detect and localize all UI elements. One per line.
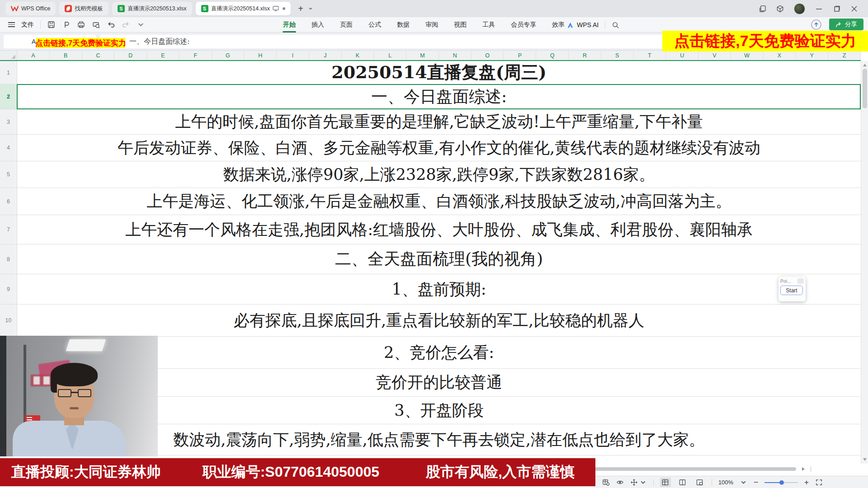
column-header[interactable]: E <box>147 51 179 60</box>
vertical-scroll-thumb[interactable] <box>863 69 867 108</box>
ribbon-tab[interactable]: 审阅 <box>419 17 444 33</box>
ribbon-tab[interactable]: 公式 <box>362 17 387 33</box>
ribbon-tab[interactable]: 插入 <box>305 17 330 33</box>
menu-icon[interactable] <box>8 21 15 28</box>
sheet-cell[interactable]: 上午还有一个风格在走强,抱团风格:红墙股份、大叶股份、成飞集成、利君股份、襄阳轴… <box>17 215 861 244</box>
view-normal-button[interactable] <box>660 478 671 487</box>
ribbon-tab[interactable]: 开始 <box>277 17 302 33</box>
share-button[interactable]: 分享 <box>829 19 863 30</box>
sheet-cell[interactable]: 20250514直播复盘(周三) <box>17 61 861 84</box>
row-header[interactable]: 3 <box>0 109 17 134</box>
column-header[interactable]: P <box>504 51 536 60</box>
column-header[interactable]: Y <box>796 51 828 60</box>
row-header[interactable]: 6 <box>0 188 17 215</box>
zoom-chevron-icon[interactable] <box>740 479 747 486</box>
column-header[interactable]: B <box>50 51 82 60</box>
ad-sticker-small[interactable]: 点击链接,7天免费验证实力 <box>36 38 125 48</box>
row-header[interactable]: 7 <box>0 215 17 244</box>
column-header[interactable]: V <box>698 51 731 60</box>
zoom-slider[interactable] <box>764 480 798 485</box>
eye-icon[interactable] <box>616 479 624 486</box>
document-tab[interactable]: S直播演示20250513.xlsx <box>112 2 192 15</box>
column-header[interactable]: R <box>569 51 601 60</box>
column-header[interactable]: T <box>634 51 666 60</box>
column-header[interactable]: G <box>212 51 245 60</box>
pan-mode-button[interactable] <box>630 479 647 486</box>
fullscreen-icon[interactable] <box>815 479 823 486</box>
row-header[interactable]: 2 <box>0 84 17 109</box>
zoom-in-button[interactable]: + <box>804 479 809 486</box>
minimize-button[interactable] <box>815 5 823 13</box>
new-tab-button[interactable]: + <box>295 4 306 14</box>
print-icon[interactable] <box>77 20 85 29</box>
maximize-button[interactable] <box>833 5 840 13</box>
file-menu[interactable]: 文件 <box>21 21 34 29</box>
ribbon-tab[interactable]: 工具 <box>476 17 501 33</box>
horizontal-scroll-thumb[interactable] <box>595 467 796 471</box>
sheet-cell[interactable]: 上午是海运、化工领涨,午后是金融权重、白酒领涨,科技股缺乏波动,冲高回落为主。 <box>17 188 861 215</box>
tab-list-chevron-icon[interactable] <box>308 6 313 11</box>
column-header[interactable]: W <box>731 51 764 60</box>
sheet-cell[interactable]: 必有探底,且探底回升,重点看比较新的军工,比较稳的机器人 <box>17 305 861 336</box>
wps-ai-button[interactable]: WPS AI <box>566 21 599 29</box>
column-header[interactable]: X <box>764 51 796 60</box>
column-header[interactable]: N <box>439 51 472 60</box>
integrations-cube-icon[interactable] <box>776 5 784 13</box>
sheet-cell[interactable]: 二、全天盘面梳理(我的视角) <box>17 244 861 274</box>
redo-icon[interactable] <box>122 20 130 29</box>
column-header[interactable]: J <box>309 51 342 60</box>
zoom-level[interactable]: 100% <box>718 479 733 486</box>
row-header[interactable]: 5 <box>0 161 17 188</box>
ribbon-tab[interactable]: 视图 <box>448 17 473 33</box>
sheet-settings-icon[interactable] <box>602 479 610 486</box>
column-header[interactable]: Z <box>828 51 861 60</box>
row-header[interactable]: 10 <box>0 305 17 336</box>
multi-window-icon[interactable] <box>759 5 766 13</box>
row-header[interactable]: 9 <box>0 274 17 304</box>
row-header[interactable]: 8 <box>0 244 17 274</box>
column-header[interactable]: A <box>17 51 50 60</box>
column-header[interactable]: H <box>244 51 277 60</box>
start-button[interactable]: Start <box>780 286 803 295</box>
column-header[interactable]: F <box>179 51 212 60</box>
scroll-up-arrow[interactable] <box>863 64 867 66</box>
document-tab[interactable]: S直播演示20250514.xlsx <box>196 2 291 15</box>
save-icon[interactable] <box>47 20 56 29</box>
scroll-down-arrow[interactable] <box>863 458 867 461</box>
column-header[interactable]: U <box>666 51 698 60</box>
ad-sticker-large[interactable]: 点击链接,7天免费验证实力 <box>662 31 868 52</box>
popup-close-button[interactable] <box>797 278 804 284</box>
horizontal-scrollbar[interactable] <box>594 465 817 473</box>
column-header[interactable]: S <box>601 51 634 60</box>
cloud-upload-icon[interactable] <box>811 19 822 30</box>
column-header[interactable]: L <box>374 51 406 60</box>
row-header[interactable]: 1 <box>0 61 17 84</box>
column-header[interactable]: O <box>472 51 504 60</box>
row-header[interactable]: 4 <box>0 135 17 161</box>
zoom-slider-knob[interactable] <box>779 480 784 485</box>
column-header[interactable]: I <box>277 51 309 60</box>
undo-redo-chevron-icon[interactable] <box>137 20 145 29</box>
user-avatar[interactable] <box>794 3 805 14</box>
view-page-button[interactable] <box>694 478 705 487</box>
document-tab[interactable]: WPS Office <box>5 2 56 15</box>
sheet-cell[interactable]: 午后发动证券、保险、白酒、多元金融等权重,有小作文的催化,黄线代表的题材继续没有… <box>17 135 861 161</box>
view-split-button[interactable] <box>677 478 688 487</box>
sheet-cell[interactable]: 数据来说,涨停90家,上涨2328家,跌停9家,下跌家数2816家。 <box>17 161 861 188</box>
zoom-out-button[interactable]: − <box>754 479 758 486</box>
search-icon[interactable] <box>612 21 619 29</box>
column-header[interactable]: C <box>82 51 115 60</box>
select-all-corner[interactable] <box>0 51 17 60</box>
print-preview-icon[interactable] <box>92 20 100 29</box>
undo-icon[interactable] <box>107 20 115 29</box>
close-button[interactable] <box>850 5 858 13</box>
sheet-cell[interactable]: 1、盘前预期: <box>17 274 861 304</box>
sheet-cell[interactable]: 一、今日盘面综述: <box>17 84 861 109</box>
document-tab[interactable]: 找稻壳模板 <box>59 2 108 15</box>
ribbon-tab[interactable]: 数据 <box>391 17 416 33</box>
export-pdf-icon[interactable] <box>62 20 71 29</box>
ribbon-tab[interactable]: 页面 <box>334 17 359 33</box>
column-header[interactable]: Q <box>536 51 569 60</box>
scroll-right-arrow[interactable] <box>802 467 805 471</box>
column-header[interactable]: K <box>342 51 374 60</box>
